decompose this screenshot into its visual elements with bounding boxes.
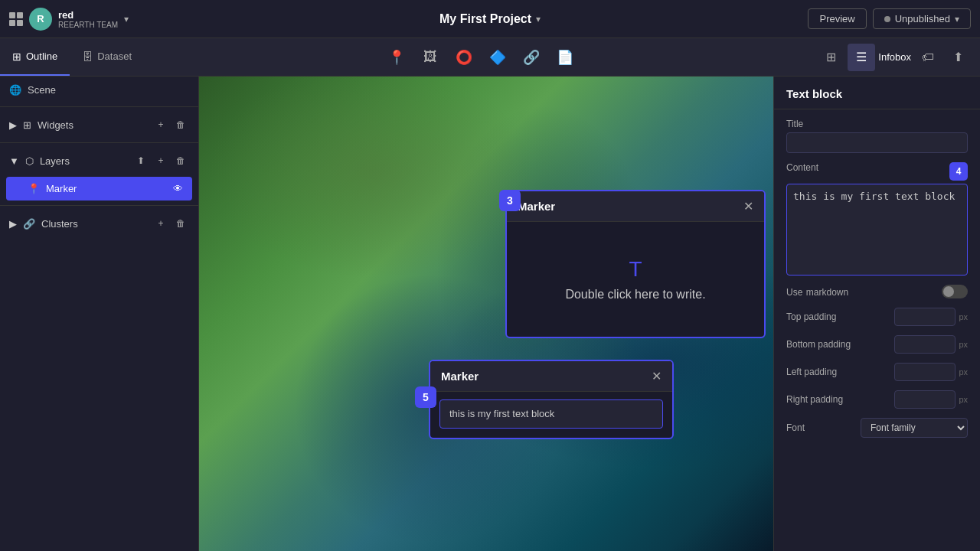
- sidebar-section-layers[interactable]: ▼ ⬡ Layers ⬆ + 🗑: [0, 146, 198, 175]
- layers-actions: ⬆ + 🗑: [132, 152, 189, 169]
- marker-dialog-2-header: Marker ✕: [430, 361, 672, 392]
- right-padding-px: px: [959, 395, 968, 404]
- tool-3d[interactable]: 🔷: [481, 38, 514, 77]
- widgets-icon: ⊞: [23, 119, 31, 131]
- preview-button[interactable]: Preview: [808, 8, 866, 29]
- widgets-actions: + 🗑: [152, 116, 189, 133]
- marker-dialog-1-body[interactable]: T Double click here to write.: [507, 222, 764, 337]
- markdown-label-group: Use markdown: [786, 285, 848, 298]
- panel-header: Text block: [774, 77, 980, 109]
- marker-dialog-2-close[interactable]: ✕: [652, 369, 662, 383]
- toolbar-tools: 📍 🖼 ⭕ 🔷 🔗 📄: [380, 38, 582, 77]
- widgets-expand-icon: ▶: [9, 119, 17, 131]
- right-padding-input[interactable]: [894, 390, 956, 409]
- widgets-delete-btn[interactable]: 🗑: [172, 116, 189, 133]
- marker-icon: 📍: [28, 183, 40, 194]
- layers-delete-btn[interactable]: 🗑: [172, 152, 189, 169]
- tab-dataset[interactable]: 🗄 Dataset: [70, 38, 144, 76]
- left-padding-row: Left padding px: [786, 363, 968, 381]
- left-padding-label: Left padding: [786, 367, 837, 377]
- tool-cluster[interactable]: 🔗: [514, 38, 548, 77]
- user-chevron-icon[interactable]: ▾: [124, 14, 129, 24]
- project-chevron-icon[interactable]: ▾: [536, 14, 541, 24]
- user-name: red: [58, 9, 118, 21]
- share-btn[interactable]: ⬆: [945, 44, 972, 71]
- top-padding-px: px: [959, 312, 968, 321]
- topbar-center: My First Project ▾: [439, 12, 541, 26]
- right-panel: Text block Title Content 4 this is my fi…: [773, 77, 980, 551]
- infobox-btn[interactable]: ☰: [848, 44, 875, 71]
- toolbar2: ⊞ Outline 🗄 Dataset 📍 🖼 ⭕ 🔷 🔗 📄 ⊞ ☰ Info…: [0, 38, 980, 77]
- clusters-actions: + 🗑: [152, 215, 189, 232]
- layers-add-btn[interactable]: +: [152, 152, 169, 169]
- font-label: Font: [786, 422, 805, 433]
- panel-body: Title Content 4 this is my first text bl…: [774, 109, 980, 447]
- right-toolbar: ⊞ ☰ Infobox 🏷 ⬆: [817, 44, 980, 71]
- sidebar-item-marker[interactable]: 📍 Marker 👁: [6, 177, 192, 201]
- right-padding-row: Right padding px: [786, 390, 968, 409]
- use-markdown-row: Use markdown: [786, 285, 968, 298]
- step-badge-3: 3: [499, 190, 521, 211]
- scene-icon: 🌐: [9, 84, 21, 96]
- tool-marker[interactable]: 📍: [380, 38, 413, 77]
- left-padding-input[interactable]: [894, 363, 956, 381]
- content-field-label: Content: [786, 162, 818, 173]
- sidebar-section-widgets[interactable]: ▶ ⊞ Widgets + 🗑: [0, 110, 198, 139]
- bottom-padding-row: Bottom padding px: [786, 335, 968, 354]
- layers-toggle-btn[interactable]: ⊞: [817, 44, 844, 71]
- bottom-padding-input[interactable]: [894, 335, 956, 354]
- layers-import-btn[interactable]: ⬆: [132, 152, 149, 169]
- avatar: R: [29, 8, 52, 31]
- sidebar-item-scene[interactable]: 🌐 Scene: [0, 77, 198, 103]
- title-field-label: Title: [786, 119, 968, 129]
- tag-btn[interactable]: 🏷: [914, 44, 942, 71]
- top-padding-label: Top padding: [786, 311, 836, 322]
- markdown-toggle[interactable]: [942, 285, 968, 298]
- topbar: R red REEARTH TEAM ▾ My First Project ▾ …: [0, 0, 980, 38]
- font-select[interactable]: Font family: [861, 418, 968, 438]
- project-title: My First Project: [439, 12, 531, 26]
- content-row: Content 4: [786, 162, 968, 181]
- map-area[interactable]: 3 Marker ✕ T Double click here to write.…: [199, 77, 773, 551]
- bottom-padding-input-wrap: px: [894, 335, 968, 354]
- double-click-hint: Double click here to write.: [565, 288, 705, 302]
- markdown-label: markdown: [806, 287, 848, 298]
- left-padding-px: px: [959, 367, 968, 377]
- map-background: 3 Marker ✕ T Double click here to write.…: [199, 77, 773, 551]
- title-field-input[interactable]: [786, 132, 968, 153]
- clusters-delete-btn[interactable]: 🗑: [172, 215, 189, 232]
- sidebar: 🌐 Scene ▶ ⊞ Widgets + 🗑 ▼ ⬡ Layers ⬆ + 🗑: [0, 77, 199, 551]
- tool-circle[interactable]: ⭕: [447, 38, 481, 77]
- tab-outline[interactable]: ⊞ Outline: [0, 38, 70, 76]
- marker-dialog-1-close[interactable]: ✕: [743, 199, 753, 214]
- sidebar-section-clusters[interactable]: ▶ 🔗 Clusters + 🗑: [0, 209, 198, 238]
- clusters-add-btn[interactable]: +: [152, 215, 169, 232]
- right-padding-label: Right padding: [786, 394, 843, 405]
- divider-3: [0, 205, 198, 206]
- marker-visibility-icon[interactable]: 👁: [173, 183, 183, 194]
- divider-1: [0, 106, 198, 107]
- unpublished-button[interactable]: Unpublished ▾: [873, 8, 971, 29]
- step-badge-4: 4: [949, 162, 968, 181]
- user-info: red REEARTH TEAM: [58, 9, 118, 29]
- top-padding-row: Top padding px: [786, 308, 968, 326]
- marker-dialog-1-title: Marker: [518, 200, 555, 213]
- content-textarea[interactable]: this is my first text block: [786, 184, 968, 276]
- unpublished-chevron-icon: ▾: [955, 14, 959, 24]
- left-padding-input-wrap: px: [894, 363, 968, 381]
- top-padding-input-wrap: px: [894, 308, 968, 326]
- tool-image[interactable]: 🖼: [413, 38, 447, 77]
- toggle-knob: [943, 286, 954, 297]
- use-markdown-label: Use: [786, 287, 802, 298]
- topbar-right: Preview Unpublished ▾: [808, 8, 971, 29]
- widgets-add-btn[interactable]: +: [152, 116, 169, 133]
- tool-sketch[interactable]: 📄: [548, 38, 582, 77]
- top-padding-input[interactable]: [894, 308, 956, 326]
- main-area: 🌐 Scene ▶ ⊞ Widgets + 🗑 ▼ ⬡ Layers ⬆ + 🗑: [0, 77, 980, 551]
- title-field-group: Title: [786, 119, 968, 153]
- topbar-left: R red REEARTH TEAM ▾: [9, 8, 178, 31]
- layers-expand-icon: ▼: [9, 155, 19, 167]
- app-grid-icon[interactable]: [9, 12, 23, 26]
- left-tabs: ⊞ Outline 🗄 Dataset: [0, 38, 144, 76]
- content-field-group: Content 4 this is my first text block: [786, 162, 968, 276]
